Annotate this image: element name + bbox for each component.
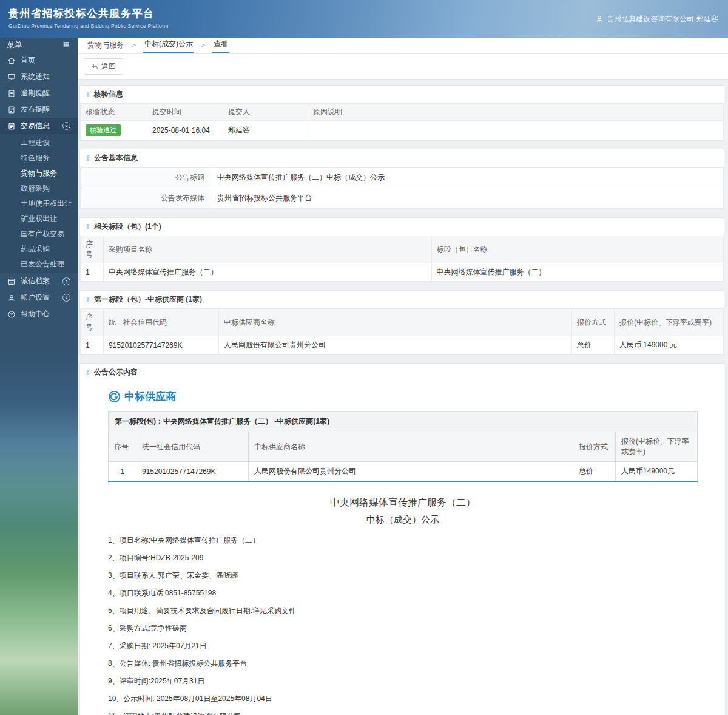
section-title-text: 核验信息 [94,89,123,100]
col-header: 报价方式 [572,309,615,336]
panel-announcement-content: ‖ 公告公示内容 中标供应商 [79,363,724,715]
submit-time-cell: 2025-08-01 16:04 [147,121,223,140]
sidebar-subitem-mining-rights[interactable]: 矿业权出让 [0,211,78,226]
top-header: 贵州省招标投标公共服务平台 GuiZhou Province Tendering… [0,0,728,38]
title-mark: ‖ [86,368,90,377]
winning-supplier-logo: 中标供应商 [108,390,698,404]
col-header: 中标供应商名称 [219,309,572,336]
title-mark: ‖ [86,90,90,99]
quote-cell: 人民币149000元 [616,462,698,482]
doc-paragraph: 3、项目联系人:郭广荣、宋金委、潘晓娜 [108,569,698,582]
breadcrumb-item-view[interactable]: 查看 [212,36,229,53]
platform-title: 贵州省招标投标公共服务平台 [8,7,169,21]
chevron-right-icon [62,277,70,285]
sidebar-subitem-published-notices[interactable]: 已发公告处理 [0,257,78,272]
breadcrumb-separator: ＞ [200,40,207,53]
col-header: 提交时间 [147,104,223,121]
title-mark: ‖ [86,154,90,163]
person-icon [7,294,16,302]
sidebar-subitem-special[interactable]: 特色服务 [0,151,78,166]
table-caption-row: 第一标段(包)：中央网络媒体宣传推广服务（二） -中标供应商(1家) [109,412,698,432]
seq-cell: 1 [81,336,104,354]
section-title-text: 公告公示内容 [94,367,138,378]
doc-paragraph: 2、项目编号:HDZB-2025-209 [108,552,698,564]
sidebar-item-label: 发布提醒 [21,104,70,115]
user-name: 贵州弘典建设咨询有限公司-郑廷容 [607,14,718,24]
section-title: ‖ 第一标段（包）-中标供应商 (1家) [80,291,724,308]
chevron-right-icon [62,294,70,302]
sidebar-item-label: 帮助中心 [21,309,70,319]
panel-basic-info: ‖ 公告基本信息 公告标题 中央网络媒体宣传推广服务（二）中标（成交）公示 公告… [79,149,724,209]
sidebar-item-label: 首页 [21,55,70,66]
doc-paragraph: 10、公示时间: 2025年08月01日至2025年08月04日 [108,693,698,705]
sidebar-item-publish[interactable]: 发布提醒 [0,101,78,118]
sidebar-item-credit-archive[interactable]: 诚信档案 [0,273,78,290]
seq-cell: 1 [81,263,104,282]
sidebar-item-label: 帐户设置 [21,293,58,303]
table-header-row: 核验状态 提交时间 提交人 原因说明 [81,104,724,121]
breadcrumb: 货物与服务 ＞ 中标(成交)公示 ＞ 查看 [78,38,728,54]
sidebar-subitem-medicine[interactable]: 药品采购 [0,242,78,257]
field-label: 公告发布媒体 [81,188,211,209]
sidebar-item-home[interactable]: 首页 [0,52,78,69]
submitter-cell: 郑廷容 [223,121,308,140]
breadcrumb-item-goods-services[interactable]: 货物与服务 [86,37,125,53]
basic-info-table: 公告标题 中央网络媒体宣传推广服务（二）中标（成交）公示 公告发布媒体 贵州省招… [80,167,724,209]
sidebar-header: 菜单 [0,38,78,52]
section-title: ‖ 核验信息 [80,86,724,103]
app-window: 贵州省招标投标公共服务平台 GuiZhou Province Tendering… [0,0,728,715]
col-header: 中标供应商名称 [249,432,573,462]
col-header: 报价(中标价、下浮率或费率) [615,309,724,336]
sidebar-item-account-settings[interactable]: 帐户设置 [0,290,78,306]
sidebar-subitem-state-property[interactable]: 国有产权交易 [0,226,78,242]
user-menu[interactable]: 贵州弘典建设咨询有限公司-郑廷容 [595,14,718,24]
section-title: ‖ 公告公示内容 [80,364,724,381]
section-title-text: 公告基本信息 [94,153,138,163]
page-scroll[interactable]: ‖ 核验信息 核验状态 提交时间 提交人 原因说明 核验通过 [78,80,728,715]
sidebar-item-notifications[interactable]: 系统通知 [0,69,78,85]
section-title: ‖ 公告基本信息 [80,149,724,167]
lot-name-cell: 中央网络媒体宣传推广服务（二） [431,263,723,282]
user-icon [595,15,604,23]
document-icon [7,122,16,130]
winning-supplier-table: 序号 统一社会信用代码 中标供应商名称 报价方式 报价(中标价、下浮率或费率) … [80,308,724,354]
status-badge: 核验通过 [86,124,121,136]
col-header: 统一社会信用代码 [104,309,219,336]
quote-type-cell: 总价 [573,462,616,482]
sidebar-item-help-center[interactable]: 帮助中心 [0,306,78,322]
sidebar-subitem-engineering[interactable]: 工程建设 [0,135,78,151]
sidebar-subitem-gov-procurement[interactable]: 政府采购 [0,181,78,196]
reason-cell [308,121,724,140]
doc-paragraph: 7、采购日期: 2025年07月21日 [108,640,698,652]
logo-text: 中标供应商 [124,390,176,404]
hamburger-icon[interactable] [62,41,70,49]
table-row: 1 中央网络媒体宣传推广服务（二） 中央网络媒体宣传推广服务（二） [81,263,724,282]
home-icon [7,56,16,65]
platform-subtitle: GuiZhou Province Tendering and Bidding P… [8,23,169,29]
sidebar: 菜单 首页 系统通知 [0,38,78,715]
col-header: 报价(中标价、下浮率或费率) [616,432,698,462]
sidebar-item-trade-info[interactable]: 交易信息 [0,118,78,134]
inner-table-caption: 第一标段(包)：中央网络媒体宣传推广服务（二） -中标供应商(1家) [109,412,698,432]
doc-paragraph: 1、项目名称:中央网络媒体宣传推广服务（二） [108,534,698,547]
table-row: 公告发布媒体 贵州省招标投标公共服务平台 [81,188,724,209]
sidebar-subitem-land-rights[interactable]: 土地使用权出让 [0,196,78,211]
col-header: 采购项目名称 [104,236,432,263]
field-label: 公告标题 [81,168,211,188]
sidebar-item-overdue[interactable]: 逾期提醒 [0,85,78,101]
verify-table: 核验状态 提交时间 提交人 原因说明 核验通过 2025-08-01 16:04… [80,103,724,140]
col-header: 提交人 [223,104,308,121]
sidebar-item-label: 诚信档案 [21,276,58,286]
col-header: 报价方式 [573,432,616,462]
section-title-text: 相关标段（包）(1个) [94,222,161,232]
quote-type-cell: 总价 [572,336,615,354]
document-icon [7,89,16,98]
archive-icon [7,277,16,286]
col-header: 标段（包）名称 [431,236,723,263]
sidebar-subitem-goods-services[interactable]: 货物与服务 [0,166,78,181]
back-arrow-icon [91,63,98,70]
back-button-label: 返回 [101,61,116,72]
back-button[interactable]: 返回 [84,58,123,75]
breadcrumb-item-award-notice[interactable]: 中标(成交)公示 [143,36,194,53]
menu-label: 菜单 [7,40,22,50]
